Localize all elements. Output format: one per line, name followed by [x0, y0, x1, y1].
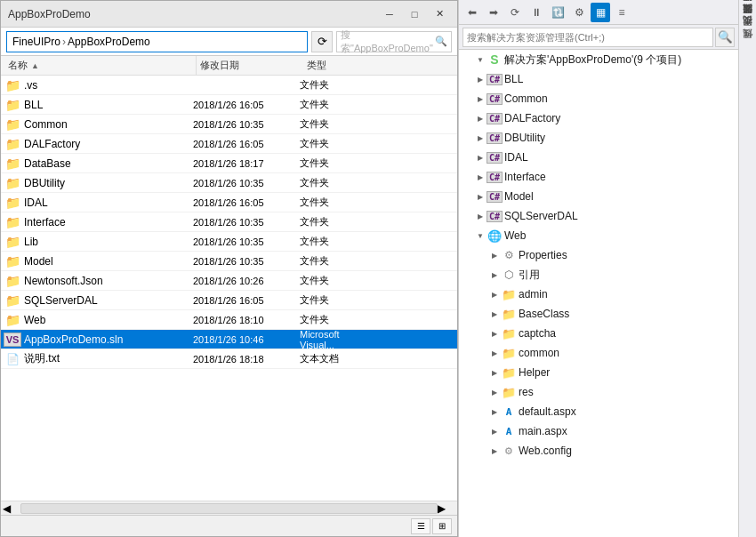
view-details-button[interactable]: ☰	[411, 518, 430, 534]
file-icon: 📁	[4, 175, 20, 191]
file-row[interactable]: VS AppBoxProDemo.sln 2018/1/26 10:46 Mic…	[1, 330, 457, 349]
breadcrumb[interactable]: FineUIPro › AppBoxProDemo	[6, 31, 308, 52]
tree-item-icon: C#	[487, 189, 502, 204]
tree-item-label: Model	[504, 190, 534, 203]
tree-item[interactable]: ▼ 🌐 Web	[459, 226, 738, 245]
file-row[interactable]: 📁 BLL 2018/1/26 16:05 文件夹	[1, 95, 457, 115]
tree-item[interactable]: ▶ C# DBUtility	[459, 128, 738, 148]
file-icon: 📁	[4, 293, 20, 309]
expand-icon[interactable]: ▶	[487, 447, 502, 455]
tree-item[interactable]: ▶ 📁 captcha	[459, 324, 738, 343]
file-row[interactable]: 📁 DBUtility 2018/1/26 10:35 文件夹	[1, 173, 457, 193]
horizontal-scrollbar[interactable]	[20, 503, 438, 514]
tree-item[interactable]: ▶ A default.aspx	[459, 402, 738, 421]
file-row[interactable]: 📁 Web 2018/1/26 18:10 文件夹	[1, 310, 457, 330]
se-search-button[interactable]: 🔍	[715, 28, 735, 47]
tree-item[interactable]: ▶ C# SQLServerDAL	[459, 206, 738, 226]
se-refresh-button[interactable]: 🔃	[548, 3, 567, 22]
expand-icon[interactable]: ▶	[487, 310, 502, 318]
se-menu-button[interactable]: ≡	[612, 3, 631, 22]
sidebar-tab-team[interactable]: 团队资源管理器	[739, 16, 756, 27]
tree-item-icon: 📁	[502, 287, 516, 301]
tree-item[interactable]: ▶ C# Common	[459, 89, 738, 108]
minimize-button[interactable]: ─	[379, 5, 400, 23]
file-row[interactable]: 📁 SQLServerDAL 2018/1/26 16:05 文件夹	[1, 291, 457, 310]
tree-item[interactable]: ▶ 📁 Helper	[459, 363, 738, 382]
file-icon: 📁	[4, 253, 20, 269]
file-row[interactable]: 📁 Interface 2018/1/26 10:35 文件夹	[1, 212, 457, 232]
file-row[interactable]: 📁 DataBase 2018/1/26 18:17 文件夹	[1, 154, 457, 173]
expand-icon[interactable]: ▶	[487, 369, 502, 377]
search-bar[interactable]: 搜索"AppBoxProDemo" 🔍	[336, 31, 452, 52]
scroll-left-btn[interactable]: ◀	[3, 502, 20, 515]
column-name[interactable]: 名称 ▲	[1, 56, 197, 75]
se-forward-button[interactable]: ➡	[484, 3, 503, 22]
expand-icon[interactable]: ▼	[473, 56, 487, 64]
close-button[interactable]: ✕	[429, 5, 450, 23]
se-settings-button[interactable]: ⚙	[569, 3, 589, 22]
tree-item-label: Common	[504, 92, 548, 105]
expand-icon[interactable]: ▶	[487, 291, 502, 299]
expand-icon[interactable]: ▶	[487, 349, 502, 357]
file-row[interactable]: 📁 Model 2018/1/26 10:35 文件夹	[1, 252, 457, 271]
expand-icon[interactable]: ▶	[487, 330, 502, 338]
tree-item[interactable]: ▶ ⬡ 引用	[459, 265, 738, 285]
expand-icon[interactable]: ▶	[473, 173, 487, 181]
expand-icon[interactable]: ▶	[487, 408, 502, 416]
scroll-right-btn[interactable]: ▶	[438, 502, 455, 515]
column-type[interactable]: 类型	[303, 59, 374, 72]
tree-item[interactable]: ▶ A main.aspx	[459, 421, 738, 441]
expand-icon[interactable]: ▶	[473, 212, 487, 220]
expand-icon[interactable]: ▶	[473, 115, 487, 123]
tree-item[interactable]: ▶ ⚙ Web.config	[459, 441, 738, 461]
expand-icon[interactable]: ▶	[473, 95, 487, 103]
se-layout-button[interactable]: ▦	[591, 3, 610, 22]
expand-icon[interactable]: ▶	[487, 271, 502, 279]
se-back-button[interactable]: ⬅	[462, 3, 482, 22]
tree-item[interactable]: ▶ C# Model	[459, 187, 738, 206]
file-row[interactable]: 📁 Newtonsoft.Json 2018/1/26 10:26 文件夹	[1, 271, 457, 291]
tree-item[interactable]: ▶ C# BLL	[459, 69, 738, 89]
expand-icon[interactable]: ▶	[473, 76, 487, 84]
tree-item[interactable]: ▶ 📁 res	[459, 382, 738, 402]
file-row[interactable]: 📁 DALFactory 2018/1/26 16:05 文件夹	[1, 134, 457, 154]
se-stop-button[interactable]: ⏸	[527, 3, 546, 22]
cs-icon: C#	[487, 74, 503, 85]
se-search-input[interactable]	[462, 28, 713, 47]
tree-item[interactable]: ▶ ⚙ Properties	[459, 245, 738, 265]
maximize-button[interactable]: □	[404, 5, 425, 23]
tree-item[interactable]: ▶ 📁 admin	[459, 285, 738, 304]
expand-icon[interactable]: ▼	[473, 232, 487, 240]
file-type: 文件夹	[296, 137, 367, 150]
expand-icon[interactable]: ▶	[473, 154, 487, 162]
file-type: 文件夹	[296, 254, 367, 268]
tree-solution-root[interactable]: ▼ S 解决方案'AppBoxProDemo'(9 个项目)	[459, 50, 738, 69]
expand-icon[interactable]: ▶	[487, 389, 502, 397]
sidebar-tab-class[interactable]: 类视图	[739, 28, 756, 39]
file-type: 文件夹	[296, 215, 367, 228]
breadcrumb-sep: ›	[62, 36, 66, 48]
tree-item[interactable]: ▶ 📁 common	[459, 343, 738, 363]
file-row[interactable]: 📁 Common 2018/1/26 10:35 文件夹	[1, 115, 457, 134]
tree-item[interactable]: ▶ 📁 BaseClass	[459, 304, 738, 324]
tree-item[interactable]: ▶ C# IDAL	[459, 148, 738, 167]
tree-item[interactable]: ▶ C# DALFactory	[459, 108, 738, 128]
expand-icon[interactable]: ▶	[473, 134, 487, 142]
file-date: 2018/1/26 16:05	[189, 197, 296, 208]
file-row[interactable]: 📁 IDAL 2018/1/26 16:05 文件夹	[1, 193, 457, 212]
expand-icon[interactable]: ▶	[487, 252, 502, 260]
view-grid-button[interactable]: ⊞	[432, 518, 452, 534]
column-date[interactable]: 修改日期	[197, 59, 303, 72]
sidebar-tab-solution[interactable]: 解决方案资源管理器	[739, 4, 756, 14]
tree-item[interactable]: ▶ C# Interface	[459, 167, 738, 187]
file-row[interactable]: 📁 Lib 2018/1/26 10:35 文件夹	[1, 232, 457, 252]
sidebar-tab-properties[interactable]: 属性	[739, 41, 756, 52]
file-row[interactable]: 📄 说明.txt 2018/1/26 18:18 文本文档	[1, 349, 457, 369]
file-name: .vs	[20, 79, 189, 92]
refresh-button[interactable]: ⟳	[311, 31, 333, 52]
web-icon: 🌐	[487, 229, 502, 243]
expand-icon[interactable]: ▶	[473, 193, 487, 201]
expand-icon[interactable]: ▶	[487, 428, 502, 436]
file-row[interactable]: 📁 .vs 文件夹	[1, 76, 457, 95]
se-sync-button[interactable]: ⟳	[505, 3, 525, 22]
